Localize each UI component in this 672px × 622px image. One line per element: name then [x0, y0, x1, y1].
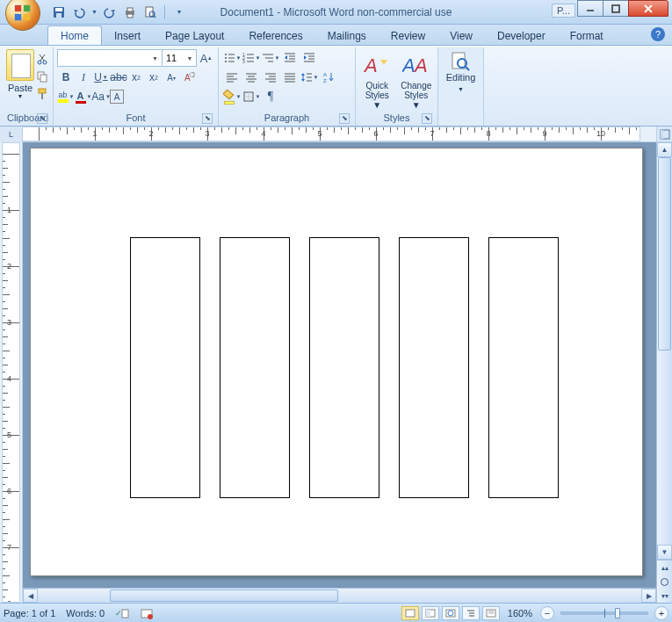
font-dialog-launcher[interactable]: ⬊ — [202, 113, 213, 124]
strikethrough-button[interactable]: abc — [110, 69, 127, 86]
document-area[interactable] — [23, 142, 656, 603]
next-page-icon[interactable]: ▾▾ — [657, 589, 672, 603]
full-screen-view-icon[interactable] — [422, 606, 439, 620]
increase-indent-button[interactable] — [300, 49, 319, 67]
spellcheck-icon[interactable]: ✓ — [115, 606, 129, 620]
svg-rect-22 — [40, 75, 47, 82]
align-left-button[interactable] — [222, 69, 242, 86]
format-painter-icon[interactable] — [34, 86, 50, 102]
shape-rectangle-5[interactable] — [488, 237, 559, 498]
bullets-button[interactable]: ▼ — [222, 49, 242, 67]
bold-button[interactable]: B — [57, 69, 75, 86]
help-icon[interactable]: ? — [651, 27, 665, 41]
line-spacing-button[interactable]: ▼ — [300, 69, 319, 86]
zoom-level[interactable]: 160% — [508, 608, 532, 618]
tab-insert[interactable]: Insert — [102, 26, 153, 45]
font-name-combobox[interactable]: ▼ — [57, 49, 163, 67]
show-hide-button[interactable]: ¶ — [261, 88, 280, 105]
clear-formatting-icon[interactable]: A⌫ — [180, 69, 198, 86]
scroll-down-button[interactable]: ▼ — [657, 545, 672, 560]
shape-rectangle-1[interactable] — [130, 237, 200, 498]
quick-styles-button[interactable]: A Quick Styles▼ — [359, 53, 395, 110]
vscroll-thumb[interactable] — [658, 157, 671, 351]
copy-icon[interactable] — [34, 69, 50, 84]
decrease-indent-button[interactable] — [280, 49, 300, 67]
align-center-button[interactable] — [242, 69, 261, 86]
qat-undo-menu[interactable]: ▼ — [91, 9, 98, 15]
status-page[interactable]: Page: 1 of 1 — [4, 608, 55, 618]
office-button[interactable] — [5, 0, 40, 31]
vertical-ruler[interactable]: 12345678 — [2, 142, 20, 603]
borders-button[interactable]: ▼ — [242, 88, 261, 105]
editing-button[interactable]: Editing▼ — [446, 49, 476, 122]
styles-dialog-launcher[interactable]: ⬊ — [422, 113, 432, 124]
close-button[interactable] — [628, 0, 668, 17]
subscript-button[interactable]: x2 — [127, 69, 145, 86]
justify-button[interactable] — [280, 69, 300, 86]
scroll-left-button[interactable]: ◀ — [23, 589, 38, 603]
qat-print-icon[interactable] — [122, 4, 138, 20]
change-case-button[interactable]: Aa▼ — [92, 88, 110, 105]
numbering-button[interactable]: 123▼ — [242, 49, 261, 67]
scroll-up-button[interactable]: ▲ — [657, 142, 672, 157]
prev-page-icon[interactable]: ▴▴ — [657, 561, 672, 575]
group-styles-label: Styles — [384, 112, 410, 123]
scroll-right-button[interactable]: ▶ — [641, 589, 656, 603]
multilevel-list-button[interactable]: ▼ — [261, 49, 280, 67]
horizontal-ruler[interactable]: 1234567891011 — [23, 127, 640, 141]
qat-undo-icon[interactable] — [71, 4, 87, 20]
align-right-button[interactable] — [261, 69, 280, 86]
print-layout-view-icon[interactable] — [401, 606, 419, 620]
draft-view-icon[interactable] — [482, 606, 500, 620]
underline-button[interactable]: U▼ — [92, 69, 110, 86]
qat-redo-icon[interactable] — [102, 4, 118, 20]
change-styles-button[interactable]: AA Change Styles▼ — [399, 53, 435, 110]
tab-references[interactable]: References — [236, 26, 314, 45]
shape-rectangle-4[interactable] — [399, 237, 469, 498]
italic-button[interactable]: I — [75, 69, 92, 86]
superscript-button[interactable]: x2 — [145, 69, 163, 86]
ruler-toggle-icon[interactable] — [656, 127, 672, 141]
status-words[interactable]: Words: 0 — [66, 608, 105, 618]
paste-dropdown-icon[interactable]: ▼ — [6, 93, 34, 99]
sort-button[interactable]: AZ — [319, 69, 338, 86]
tab-format[interactable]: Format — [558, 26, 616, 45]
font-size-combobox[interactable]: 11▼ — [163, 49, 197, 67]
maximize-button[interactable] — [603, 0, 629, 17]
tab-view[interactable]: View — [437, 26, 485, 45]
tab-selector[interactable]: L — [0, 127, 23, 142]
tab-mailings[interactable]: Mailings — [315, 26, 379, 45]
minimize-button[interactable] — [577, 0, 603, 17]
qat-preview-icon[interactable] — [142, 4, 158, 20]
browse-object-icon[interactable] — [657, 575, 672, 589]
zoom-out-button[interactable]: − — [540, 606, 554, 620]
qat-save-icon[interactable] — [51, 4, 67, 20]
qat-customize-icon[interactable]: ▾ — [171, 4, 187, 20]
horizontal-scrollbar[interactable]: ◀ ▶ — [23, 588, 656, 603]
svg-line-19 — [40, 54, 45, 61]
shape-rectangle-3[interactable] — [309, 237, 379, 498]
hscroll-thumb[interactable] — [110, 589, 338, 602]
tab-developer[interactable]: Developer — [485, 26, 558, 45]
zoom-slider[interactable] — [560, 611, 648, 615]
shading-button[interactable]: ▼ — [222, 88, 242, 105]
shrink-font-icon[interactable]: A▾ — [163, 69, 180, 86]
paragraph-dialog-launcher[interactable]: ⬊ — [339, 113, 350, 124]
clipboard-dialog-launcher[interactable]: ⬊ — [37, 113, 47, 124]
shape-rectangle-2[interactable] — [220, 237, 290, 498]
web-layout-view-icon[interactable] — [442, 606, 459, 620]
grow-font-icon[interactable]: A▴ — [197, 49, 214, 67]
macro-record-icon[interactable] — [140, 606, 154, 620]
outline-view-icon[interactable] — [462, 606, 480, 620]
font-color-button[interactable]: A▼ — [75, 88, 92, 105]
vertical-scrollbar[interactable]: ▲ ▼ ▴▴ ▾▾ — [656, 142, 672, 603]
tab-review[interactable]: Review — [379, 26, 437, 45]
tab-page-layout[interactable]: Page Layout — [153, 26, 236, 45]
cut-icon[interactable] — [34, 51, 50, 67]
text-highlight-button[interactable]: ab▼ — [57, 88, 75, 105]
character-border-icon[interactable]: A — [110, 90, 124, 104]
paste-button[interactable]: Paste ▼ — [6, 49, 34, 112]
tab-home[interactable]: Home — [47, 25, 102, 45]
compat-indicator[interactable]: P... — [552, 4, 575, 18]
zoom-in-button[interactable]: + — [654, 606, 668, 620]
